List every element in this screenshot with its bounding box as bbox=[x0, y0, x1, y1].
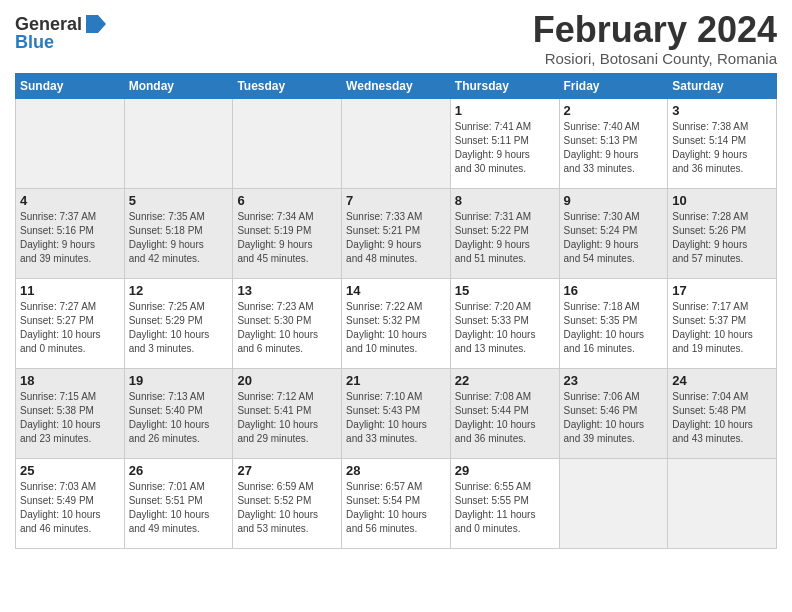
day-info: Sunrise: 7:30 AM Sunset: 5:24 PM Dayligh… bbox=[564, 210, 664, 266]
day-info: Sunrise: 7:18 AM Sunset: 5:35 PM Dayligh… bbox=[564, 300, 664, 356]
calendar-day-cell: 22Sunrise: 7:08 AM Sunset: 5:44 PM Dayli… bbox=[450, 368, 559, 458]
svg-marker-0 bbox=[86, 15, 106, 33]
day-number: 29 bbox=[455, 463, 555, 478]
day-info: Sunrise: 7:15 AM Sunset: 5:38 PM Dayligh… bbox=[20, 390, 120, 446]
day-info: Sunrise: 7:33 AM Sunset: 5:21 PM Dayligh… bbox=[346, 210, 446, 266]
calendar-day-cell: 27Sunrise: 6:59 AM Sunset: 5:52 PM Dayli… bbox=[233, 458, 342, 548]
day-info: Sunrise: 7:25 AM Sunset: 5:29 PM Dayligh… bbox=[129, 300, 229, 356]
weekday-header-tuesday: Tuesday bbox=[233, 73, 342, 98]
calendar-body: 1Sunrise: 7:41 AM Sunset: 5:11 PM Daylig… bbox=[16, 98, 777, 548]
calendar-day-cell: 8Sunrise: 7:31 AM Sunset: 5:22 PM Daylig… bbox=[450, 188, 559, 278]
day-number: 2 bbox=[564, 103, 664, 118]
day-number: 23 bbox=[564, 373, 664, 388]
day-info: Sunrise: 7:23 AM Sunset: 5:30 PM Dayligh… bbox=[237, 300, 337, 356]
calendar-day-cell: 16Sunrise: 7:18 AM Sunset: 5:35 PM Dayli… bbox=[559, 278, 668, 368]
day-number: 27 bbox=[237, 463, 337, 478]
day-number: 5 bbox=[129, 193, 229, 208]
weekday-header-saturday: Saturday bbox=[668, 73, 777, 98]
title-block: February 2024 Rosiori, Botosani County, … bbox=[533, 10, 777, 67]
calendar-day-cell: 17Sunrise: 7:17 AM Sunset: 5:37 PM Dayli… bbox=[668, 278, 777, 368]
day-number: 14 bbox=[346, 283, 446, 298]
calendar-week-row: 25Sunrise: 7:03 AM Sunset: 5:49 PM Dayli… bbox=[16, 458, 777, 548]
calendar-table: SundayMondayTuesdayWednesdayThursdayFrid… bbox=[15, 73, 777, 549]
weekday-header-sunday: Sunday bbox=[16, 73, 125, 98]
day-info: Sunrise: 7:27 AM Sunset: 5:27 PM Dayligh… bbox=[20, 300, 120, 356]
calendar-day-cell: 12Sunrise: 7:25 AM Sunset: 5:29 PM Dayli… bbox=[124, 278, 233, 368]
calendar-day-cell: 26Sunrise: 7:01 AM Sunset: 5:51 PM Dayli… bbox=[124, 458, 233, 548]
page-header: General Blue February 2024 Rosiori, Boto… bbox=[15, 10, 777, 67]
day-info: Sunrise: 7:22 AM Sunset: 5:32 PM Dayligh… bbox=[346, 300, 446, 356]
logo-blue-text: Blue bbox=[15, 33, 54, 51]
calendar-header-row: SundayMondayTuesdayWednesdayThursdayFrid… bbox=[16, 73, 777, 98]
calendar-day-cell bbox=[559, 458, 668, 548]
calendar-day-cell: 14Sunrise: 7:22 AM Sunset: 5:32 PM Dayli… bbox=[342, 278, 451, 368]
calendar-day-cell: 29Sunrise: 6:55 AM Sunset: 5:55 PM Dayli… bbox=[450, 458, 559, 548]
calendar-day-cell: 20Sunrise: 7:12 AM Sunset: 5:41 PM Dayli… bbox=[233, 368, 342, 458]
day-info: Sunrise: 7:34 AM Sunset: 5:19 PM Dayligh… bbox=[237, 210, 337, 266]
day-info: Sunrise: 7:31 AM Sunset: 5:22 PM Dayligh… bbox=[455, 210, 555, 266]
day-number: 26 bbox=[129, 463, 229, 478]
calendar-day-cell: 15Sunrise: 7:20 AM Sunset: 5:33 PM Dayli… bbox=[450, 278, 559, 368]
calendar-day-cell bbox=[668, 458, 777, 548]
location-subtitle: Rosiori, Botosani County, Romania bbox=[533, 50, 777, 67]
day-info: Sunrise: 7:10 AM Sunset: 5:43 PM Dayligh… bbox=[346, 390, 446, 446]
calendar-day-cell: 9Sunrise: 7:30 AM Sunset: 5:24 PM Daylig… bbox=[559, 188, 668, 278]
day-number: 3 bbox=[672, 103, 772, 118]
day-number: 11 bbox=[20, 283, 120, 298]
calendar-week-row: 4Sunrise: 7:37 AM Sunset: 5:16 PM Daylig… bbox=[16, 188, 777, 278]
calendar-day-cell: 24Sunrise: 7:04 AM Sunset: 5:48 PM Dayli… bbox=[668, 368, 777, 458]
calendar-day-cell bbox=[342, 98, 451, 188]
day-number: 7 bbox=[346, 193, 446, 208]
logo: General Blue bbox=[15, 14, 106, 51]
calendar-week-row: 11Sunrise: 7:27 AM Sunset: 5:27 PM Dayli… bbox=[16, 278, 777, 368]
weekday-header-friday: Friday bbox=[559, 73, 668, 98]
day-info: Sunrise: 7:41 AM Sunset: 5:11 PM Dayligh… bbox=[455, 120, 555, 176]
day-number: 4 bbox=[20, 193, 120, 208]
day-number: 9 bbox=[564, 193, 664, 208]
day-number: 25 bbox=[20, 463, 120, 478]
day-info: Sunrise: 7:40 AM Sunset: 5:13 PM Dayligh… bbox=[564, 120, 664, 176]
logo-general-text: General bbox=[15, 15, 82, 33]
calendar-day-cell: 1Sunrise: 7:41 AM Sunset: 5:11 PM Daylig… bbox=[450, 98, 559, 188]
day-number: 8 bbox=[455, 193, 555, 208]
day-number: 19 bbox=[129, 373, 229, 388]
day-number: 18 bbox=[20, 373, 120, 388]
day-number: 16 bbox=[564, 283, 664, 298]
day-number: 21 bbox=[346, 373, 446, 388]
month-title: February 2024 bbox=[533, 10, 777, 50]
day-info: Sunrise: 7:12 AM Sunset: 5:41 PM Dayligh… bbox=[237, 390, 337, 446]
day-number: 6 bbox=[237, 193, 337, 208]
day-number: 15 bbox=[455, 283, 555, 298]
calendar-day-cell: 10Sunrise: 7:28 AM Sunset: 5:26 PM Dayli… bbox=[668, 188, 777, 278]
calendar-day-cell: 19Sunrise: 7:13 AM Sunset: 5:40 PM Dayli… bbox=[124, 368, 233, 458]
calendar-day-cell: 3Sunrise: 7:38 AM Sunset: 5:14 PM Daylig… bbox=[668, 98, 777, 188]
day-info: Sunrise: 7:20 AM Sunset: 5:33 PM Dayligh… bbox=[455, 300, 555, 356]
day-number: 28 bbox=[346, 463, 446, 478]
calendar-week-row: 1Sunrise: 7:41 AM Sunset: 5:11 PM Daylig… bbox=[16, 98, 777, 188]
logo-icon bbox=[84, 15, 106, 33]
calendar-day-cell: 21Sunrise: 7:10 AM Sunset: 5:43 PM Dayli… bbox=[342, 368, 451, 458]
day-number: 10 bbox=[672, 193, 772, 208]
day-number: 12 bbox=[129, 283, 229, 298]
day-number: 1 bbox=[455, 103, 555, 118]
day-info: Sunrise: 7:35 AM Sunset: 5:18 PM Dayligh… bbox=[129, 210, 229, 266]
day-info: Sunrise: 6:55 AM Sunset: 5:55 PM Dayligh… bbox=[455, 480, 555, 536]
day-info: Sunrise: 7:38 AM Sunset: 5:14 PM Dayligh… bbox=[672, 120, 772, 176]
day-info: Sunrise: 7:06 AM Sunset: 5:46 PM Dayligh… bbox=[564, 390, 664, 446]
day-number: 22 bbox=[455, 373, 555, 388]
calendar-day-cell: 6Sunrise: 7:34 AM Sunset: 5:19 PM Daylig… bbox=[233, 188, 342, 278]
day-info: Sunrise: 7:03 AM Sunset: 5:49 PM Dayligh… bbox=[20, 480, 120, 536]
day-info: Sunrise: 7:37 AM Sunset: 5:16 PM Dayligh… bbox=[20, 210, 120, 266]
calendar-day-cell: 7Sunrise: 7:33 AM Sunset: 5:21 PM Daylig… bbox=[342, 188, 451, 278]
day-info: Sunrise: 7:13 AM Sunset: 5:40 PM Dayligh… bbox=[129, 390, 229, 446]
day-info: Sunrise: 7:01 AM Sunset: 5:51 PM Dayligh… bbox=[129, 480, 229, 536]
calendar-day-cell: 25Sunrise: 7:03 AM Sunset: 5:49 PM Dayli… bbox=[16, 458, 125, 548]
calendar-day-cell: 23Sunrise: 7:06 AM Sunset: 5:46 PM Dayli… bbox=[559, 368, 668, 458]
calendar-day-cell: 18Sunrise: 7:15 AM Sunset: 5:38 PM Dayli… bbox=[16, 368, 125, 458]
calendar-day-cell bbox=[233, 98, 342, 188]
weekday-header-thursday: Thursday bbox=[450, 73, 559, 98]
calendar-day-cell bbox=[16, 98, 125, 188]
calendar-day-cell: 11Sunrise: 7:27 AM Sunset: 5:27 PM Dayli… bbox=[16, 278, 125, 368]
calendar-day-cell: 5Sunrise: 7:35 AM Sunset: 5:18 PM Daylig… bbox=[124, 188, 233, 278]
day-number: 24 bbox=[672, 373, 772, 388]
